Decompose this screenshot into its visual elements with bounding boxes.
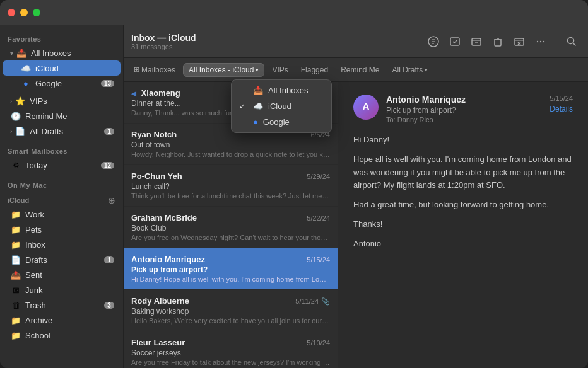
details-button[interactable]: Details <box>550 105 573 113</box>
chevron-right-icon: › <box>10 98 12 105</box>
active-filter-label: All Inboxes - iCloud <box>189 66 254 74</box>
close-button[interactable] <box>8 9 15 16</box>
filter-dropdown: 📥 All Inboxes ✓ ☁️ iCloud ● Google <box>231 79 332 133</box>
sidebar-item-inbox[interactable]: 📁 Inbox <box>3 237 121 252</box>
drafts-icon: 📄 <box>15 125 26 137</box>
toolbar-title: Inbox — iCloud 31 messages <box>131 33 196 50</box>
sidebar-item-remind-me[interactable]: 🕐 Remind Me <box>3 108 121 124</box>
email-from: Antonio Manriquez <box>386 95 542 105</box>
message-date: 5/15/24 <box>307 256 330 263</box>
search-icon[interactable] <box>563 33 580 50</box>
sidebar-item-label: Sent <box>25 270 114 280</box>
flagged-filter-label: Flagged <box>301 66 328 74</box>
favorites-label: Favorites <box>0 30 123 45</box>
reply-icon: ◀ <box>131 90 136 97</box>
message-sender: Graham McBride <box>131 213 197 222</box>
junk-toolbar-icon[interactable] <box>510 33 528 50</box>
sidebar-item-today[interactable]: ⚙ Today 12 <box>3 158 121 173</box>
badge: 1 <box>104 128 114 135</box>
svg-rect-7 <box>495 40 501 46</box>
active-filter-button[interactable]: All Inboxes - iCloud ▾ <box>183 63 264 77</box>
compose-icon[interactable] <box>446 33 464 50</box>
dropdown-item-all-inboxes[interactable]: 📥 All Inboxes <box>232 83 331 98</box>
vips-filter-label: VIPs <box>272 66 288 74</box>
badge: 1 <box>104 256 114 263</box>
body-line-4: Thanks! <box>353 218 573 231</box>
sidebar-item-all-inboxes[interactable]: ▾ 📥 All Inboxes <box>3 45 121 60</box>
message-preview: Think you'll be free for a lunchtime cha… <box>131 192 330 200</box>
sidebar-item-archive[interactable]: 📁 Archive <box>3 313 121 328</box>
message-item[interactable]: Graham McBride 5/22/24 Book Club Are you… <box>124 207 338 248</box>
archive-icon: 📁 <box>10 314 21 326</box>
body-line-2: Hope all is well with you. I'm coming ho… <box>353 153 573 192</box>
panels: ◀ Xiaomeng 6/7/24 📎 Dinner at the... Dan… <box>124 82 588 368</box>
sidebar-item-icloud[interactable]: ☁️ iCloud <box>3 60 121 76</box>
chevron-down-icon: ▾ <box>10 50 13 57</box>
sidebar-item-label: Work <box>25 210 114 219</box>
sidebar-item-label: Remind Me <box>25 112 114 121</box>
message-preview: Hi Danny! Hope all is well with you. I'm… <box>131 275 330 283</box>
sidebar-item-vips[interactable]: › ⭐ VIPs <box>3 93 121 108</box>
archive-toolbar-icon[interactable] <box>467 33 485 50</box>
dropdown-item-label: Google <box>263 117 290 127</box>
sidebar-item-label: All Drafts <box>30 127 104 136</box>
message-count: 31 messages <box>131 43 196 50</box>
message-item[interactable]: Rody Albuerne 5/11/24 📎 Baking workshop … <box>124 290 338 331</box>
message-subject: Soccer jerseys <box>131 348 330 357</box>
dropdown-item-icloud[interactable]: ✓ ☁️ iCloud <box>232 98 331 114</box>
add-mailbox-button[interactable]: ⊕ <box>108 195 115 205</box>
sidebar-item-work[interactable]: 📁 Work <box>3 207 121 222</box>
sidebar-item-pets[interactable]: 📁 Pets <box>3 222 121 237</box>
maximize-button[interactable] <box>33 9 40 16</box>
sidebar-item-all-drafts[interactable]: › 📄 All Drafts 1 <box>3 124 121 139</box>
sidebar-item-drafts[interactable]: 📄 Drafts 1 <box>3 252 121 267</box>
message-sender: Ryan Notch <box>131 130 177 139</box>
message-subject: Baking workshop <box>131 307 330 316</box>
vips-filter-button[interactable]: VIPs <box>267 64 293 76</box>
svg-rect-10 <box>515 38 524 45</box>
message-item[interactable]: Fleur Lasseur 5/10/24 Soccer jerseys Are… <box>124 331 338 368</box>
chevron-right-icon: › <box>10 128 12 135</box>
dropdown-item-google[interactable]: ● Google <box>232 114 331 130</box>
body-line-3: Had a great time, but looking forward to… <box>353 198 573 212</box>
delete-toolbar-icon[interactable] <box>489 33 507 50</box>
message-preview: Are you free Friday to talk about the ne… <box>131 359 330 366</box>
sidebar-item-sent[interactable]: 📤 Sent <box>3 267 121 282</box>
divider <box>556 35 556 48</box>
sidebar-item-label: Drafts <box>25 255 104 265</box>
smart-mailboxes-label: Smart Mailboxes <box>0 142 123 158</box>
message-subject: Out of town <box>131 141 330 149</box>
email-header: A Antonio Manriquez Pick up from airport… <box>353 95 573 124</box>
message-sender: Fleur Lasseur <box>131 338 185 347</box>
more-toolbar-icon[interactable] <box>532 33 550 50</box>
remind-me-filter-button[interactable]: Remind Me <box>336 64 384 76</box>
sidebar-item-trash[interactable]: 🗑 Trash 3 <box>3 297 121 313</box>
sidebar-item-junk[interactable]: ⊠ Junk <box>3 282 121 297</box>
sidebar-item-google[interactable]: ● Google 13 <box>3 76 121 91</box>
svg-line-18 <box>573 43 576 45</box>
sent-icon: 📤 <box>10 269 21 280</box>
badge: 12 <box>101 162 114 169</box>
icloud-icon: ☁️ <box>20 62 32 74</box>
message-date: 5/11/24 <box>295 297 319 305</box>
message-item-selected[interactable]: Antonio Manriquez 5/15/24 Pick up from a… <box>124 248 338 290</box>
junk-icon: ⊠ <box>10 284 21 296</box>
mailboxes-button[interactable]: ⊞ Mailboxes <box>129 64 180 76</box>
today-icon: ⚙ <box>10 159 21 171</box>
sidebar-item-school[interactable]: 📁 School <box>3 328 121 343</box>
all-drafts-filter-button[interactable]: All Drafts ▾ <box>387 64 433 76</box>
reading-pane: A Antonio Manriquez Pick up from airport… <box>338 82 588 368</box>
message-preview: Howdy, Neighbor. Just wanted to drop a q… <box>131 151 330 158</box>
top-toolbar: Inbox — iCloud 31 messages <box>124 25 588 58</box>
flagged-filter-button[interactable]: Flagged <box>296 64 333 76</box>
message-sender: Rody Albuerne <box>131 296 189 306</box>
email-date: 5/15/24 <box>550 95 573 102</box>
message-item[interactable]: Po-Chun Yeh 5/29/24 Lunch call? Think yo… <box>124 165 338 207</box>
email-date-details: 5/15/24 Details <box>550 95 573 113</box>
remind-me-filter-label: Remind Me <box>341 66 379 74</box>
mailboxes-label: Mailboxes <box>141 66 175 74</box>
minimize-button[interactable] <box>20 9 28 16</box>
grid-icon: ⊞ <box>134 66 139 74</box>
note-icon[interactable] <box>425 33 442 50</box>
trash-icon: 🗑 <box>10 299 21 311</box>
